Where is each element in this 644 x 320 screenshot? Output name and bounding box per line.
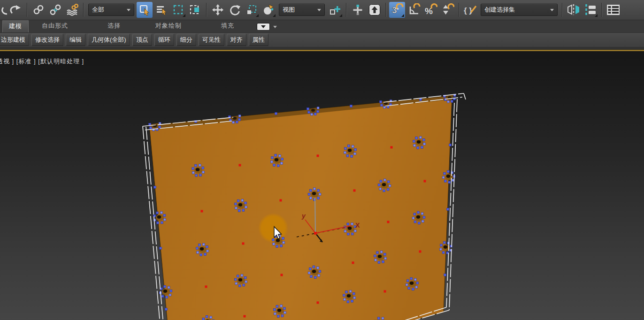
unselected-vertex[interactable] [244, 315, 246, 318]
mirror-button[interactable] [566, 2, 582, 18]
unselected-vertex[interactable] [239, 164, 241, 167]
unselected-vertex[interactable] [317, 302, 319, 304]
select-object-button[interactable] [137, 2, 153, 18]
toolbar-separator [27, 3, 28, 17]
unselected-vertex[interactable] [384, 290, 386, 293]
vertex-ring[interactable] [412, 211, 425, 224]
window-crossing-button[interactable] [187, 2, 203, 18]
chevron-down-icon [273, 26, 277, 28]
plane-object[interactable] [149, 96, 452, 320]
select-scale-button[interactable] [244, 2, 260, 18]
ribbon-panel-row: 边形建模修改选择编辑几何体(全部)顶点循环细分可见性对齐属性 [0, 33, 644, 47]
edge-vertex[interactable] [165, 308, 168, 311]
toolbar-separator [206, 3, 207, 17]
panel-button-8[interactable]: 对齐 [227, 34, 246, 46]
unselected-vertex[interactable] [205, 286, 207, 288]
edge-vertex[interactable] [154, 186, 156, 189]
unselected-vertex[interactable] [281, 274, 283, 276]
panel-button-2[interactable]: 编辑 [66, 34, 85, 46]
ribbon-minimize-icon [257, 23, 270, 30]
panel-button-6[interactable]: 细分 [176, 34, 196, 46]
align-button[interactable] [583, 2, 598, 18]
unselected-vertex[interactable] [280, 199, 282, 202]
ribbon-tab-bar: 建模 自由形式 选择 对象绘制 填充 [0, 20, 644, 33]
unselected-vertex[interactable] [201, 210, 203, 213]
manipulate-crosshair-icon [352, 4, 364, 16]
named-selection-sets-dropdown[interactable]: 创建选择集 [481, 4, 558, 16]
chevron-down-icon [127, 9, 130, 11]
unselected-vertex[interactable] [391, 146, 393, 149]
unselected-vertex[interactable] [353, 190, 356, 192]
panel-button-4[interactable]: 顶点 [132, 34, 152, 46]
undo-button[interactable] [0, 2, 7, 18]
redo-button[interactable] [8, 2, 24, 18]
select-by-name-button[interactable] [153, 2, 169, 18]
tab-object-paint[interactable]: 对象绘制 [154, 19, 183, 32]
keyboard-override-icon [368, 3, 381, 16]
selection-bracket [464, 93, 466, 99]
bind-spacewarp-button[interactable] [64, 2, 80, 18]
select-move-button[interactable] [210, 2, 226, 18]
ribbon-minimize-control[interactable] [257, 23, 277, 30]
select-manipulate-button[interactable] [350, 2, 366, 18]
viewport-scene[interactable]: Xy [0, 51, 644, 320]
unlink-button[interactable] [47, 2, 63, 18]
edge-vertex[interactable] [420, 99, 422, 101]
reference-coordsys-value: 视图 [283, 6, 311, 14]
toolbar-separator [459, 3, 460, 17]
unlink-icon [49, 4, 61, 16]
select-by-name-icon [155, 4, 168, 16]
perspective-viewport[interactable]: 透视 ] [标准 ] [默认明暗处理 ] Xy [0, 51, 644, 320]
reference-coordsys-dropdown[interactable]: 视图 [279, 4, 325, 16]
selection-region-button[interactable] [170, 2, 186, 18]
select-link-button[interactable] [31, 2, 46, 18]
unselected-vertex[interactable] [352, 262, 354, 264]
panel-button-9[interactable]: 属性 [249, 34, 268, 46]
panel-button-3[interactable]: 几何体(全部) [88, 34, 130, 46]
chevron-down-icon [550, 9, 554, 11]
unselected-vertex[interactable] [387, 221, 390, 223]
panel-button-0[interactable]: 边形建模 [0, 34, 29, 46]
gizmo-x-label: X [355, 221, 360, 229]
angle-snap-button[interactable] [406, 2, 422, 18]
spinner-snap-button[interactable] [440, 2, 456, 18]
tab-freeform[interactable]: 自由形式 [41, 19, 69, 32]
tab-populate[interactable]: 填充 [220, 19, 235, 32]
named-sets-braces-icon: { } [463, 3, 477, 16]
link-icon [32, 4, 45, 16]
panel-button-1[interactable]: 修改选择 [31, 34, 63, 46]
edge-vertex[interactable] [444, 274, 446, 276]
vertex-ring[interactable] [442, 170, 455, 183]
panel-button-7[interactable]: 可见性 [199, 34, 224, 46]
unselected-vertex[interactable] [242, 243, 245, 245]
panel-button-5[interactable]: 循环 [154, 34, 174, 46]
snap-toggle-3d-button[interactable]: 3 [389, 2, 405, 18]
flyout-corner [595, 14, 598, 17]
named-selection-sets-value: 创建选择集 [484, 6, 544, 14]
vertex-ring[interactable] [378, 179, 391, 192]
edge-vertex[interactable] [447, 208, 449, 211]
edge-vertex[interactable] [449, 144, 452, 146]
keyboard-override-button[interactable] [367, 2, 383, 18]
percent-snap-button[interactable]: % [423, 2, 439, 18]
select-rotate-button[interactable] [227, 2, 243, 18]
angle-snap-icon [407, 3, 421, 16]
tab-selection[interactable]: 选择 [107, 19, 122, 32]
toolbar-separator [83, 3, 84, 17]
unselected-vertex[interactable] [424, 180, 426, 183]
viewport-label[interactable]: 透视 ] [标准 ] [默认明暗处理 ] [0, 57, 84, 66]
edge-vertex[interactable] [160, 247, 162, 250]
bind-spacewarp-icon [66, 4, 79, 16]
edge-vertex[interactable] [350, 105, 353, 107]
use-pivot-center-button[interactable] [327, 2, 343, 18]
select-place-button[interactable] [261, 2, 276, 18]
edge-vertex[interactable] [275, 113, 277, 115]
unselected-vertex[interactable] [419, 251, 422, 253]
selection-filter-dropdown[interactable]: 全部 [88, 4, 134, 16]
edit-named-sets-button[interactable]: { } [462, 2, 478, 18]
flyout-corner [401, 14, 404, 17]
unselected-vertex[interactable] [317, 155, 319, 157]
tab-modeling[interactable]: 建模 [2, 20, 29, 32]
spinner-snap-icon [441, 3, 454, 16]
layer-manager-button[interactable] [605, 2, 621, 18]
